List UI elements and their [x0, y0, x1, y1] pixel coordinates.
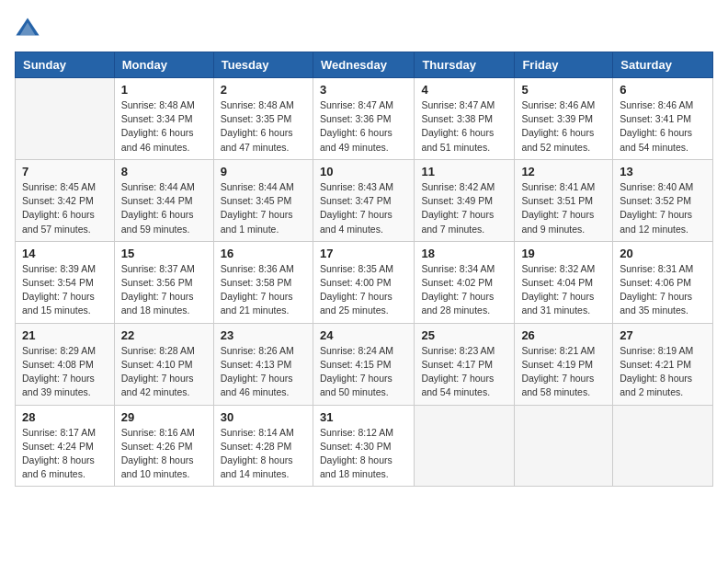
week-row-4: 28Sunrise: 8:17 AM Sunset: 4:24 PM Dayli… [16, 405, 713, 487]
day-cell: 27Sunrise: 8:19 AM Sunset: 4:21 PM Dayli… [613, 323, 713, 405]
day-number: 3 [320, 83, 407, 97]
day-number: 13 [620, 165, 706, 178]
day-info: Sunrise: 8:43 AM Sunset: 3:47 PM Dayligh… [320, 180, 407, 236]
day-cell: 5Sunrise: 8:46 AM Sunset: 3:39 PM Daylig… [515, 78, 613, 160]
day-cell: 3Sunrise: 8:47 AM Sunset: 3:36 PM Daylig… [313, 78, 414, 160]
day-number: 24 [320, 328, 407, 342]
day-cell: 28Sunrise: 8:17 AM Sunset: 4:24 PM Dayli… [16, 405, 115, 487]
day-info: Sunrise: 8:46 AM Sunset: 3:39 PM Dayligh… [521, 98, 606, 155]
page-header [15, 15, 713, 40]
day-cell: 8Sunrise: 8:44 AM Sunset: 3:44 PM Daylig… [114, 159, 213, 241]
week-row-1: 7Sunrise: 8:45 AM Sunset: 3:42 PM Daylig… [16, 159, 713, 241]
day-number: 12 [521, 165, 606, 178]
header-tuesday: Tuesday [213, 52, 313, 78]
day-cell: 19Sunrise: 8:32 AM Sunset: 4:04 PM Dayli… [515, 241, 613, 323]
day-cell: 24Sunrise: 8:24 AM Sunset: 4:15 PM Dayli… [313, 323, 414, 405]
day-info: Sunrise: 8:47 AM Sunset: 3:38 PM Dayligh… [421, 98, 507, 155]
day-number: 15 [121, 247, 207, 260]
day-number: 18 [421, 247, 507, 260]
day-cell: 22Sunrise: 8:28 AM Sunset: 4:10 PM Dayli… [114, 323, 213, 405]
day-info: Sunrise: 8:26 AM Sunset: 4:13 PM Dayligh… [221, 344, 306, 400]
day-number: 29 [121, 410, 207, 424]
header-thursday: Thursday [415, 52, 515, 78]
day-info: Sunrise: 8:12 AM Sunset: 4:30 PM Dayligh… [320, 426, 407, 482]
day-cell: 17Sunrise: 8:35 AM Sunset: 4:00 PM Dayli… [313, 241, 414, 323]
day-cell: 13Sunrise: 8:40 AM Sunset: 3:52 PM Dayli… [613, 159, 713, 241]
calendar-header-row: SundayMondayTuesdayWednesdayThursdayFrid… [16, 52, 713, 78]
day-number: 16 [221, 247, 306, 260]
day-number: 7 [22, 165, 108, 178]
header-wednesday: Wednesday [313, 52, 414, 78]
calendar-table: SundayMondayTuesdayWednesdayThursdayFrid… [15, 52, 713, 487]
day-info: Sunrise: 8:42 AM Sunset: 3:49 PM Dayligh… [421, 180, 507, 236]
day-cell: 25Sunrise: 8:23 AM Sunset: 4:17 PM Dayli… [415, 323, 515, 405]
day-number: 25 [421, 328, 507, 342]
day-cell: 4Sunrise: 8:47 AM Sunset: 3:38 PM Daylig… [415, 78, 515, 160]
day-cell: 9Sunrise: 8:44 AM Sunset: 3:45 PM Daylig… [213, 159, 313, 241]
day-cell: 6Sunrise: 8:46 AM Sunset: 3:41 PM Daylig… [613, 78, 713, 160]
day-number: 20 [620, 247, 706, 260]
day-info: Sunrise: 8:29 AM Sunset: 4:08 PM Dayligh… [22, 344, 108, 400]
day-info: Sunrise: 8:14 AM Sunset: 4:28 PM Dayligh… [221, 426, 306, 482]
day-number: 4 [421, 83, 507, 97]
week-row-0: 1Sunrise: 8:48 AM Sunset: 3:34 PM Daylig… [16, 78, 713, 160]
day-number: 30 [221, 410, 306, 424]
day-number: 17 [320, 247, 407, 260]
day-info: Sunrise: 8:46 AM Sunset: 3:41 PM Dayligh… [620, 98, 706, 155]
day-cell: 16Sunrise: 8:36 AM Sunset: 3:58 PM Dayli… [213, 241, 313, 323]
day-info: Sunrise: 8:41 AM Sunset: 3:51 PM Dayligh… [521, 180, 606, 236]
day-cell [415, 405, 515, 487]
day-info: Sunrise: 8:44 AM Sunset: 3:44 PM Dayligh… [121, 180, 207, 236]
day-cell: 2Sunrise: 8:48 AM Sunset: 3:35 PM Daylig… [213, 78, 313, 160]
day-info: Sunrise: 8:31 AM Sunset: 4:06 PM Dayligh… [620, 262, 706, 318]
day-number: 27 [620, 328, 706, 342]
day-number: 26 [521, 328, 606, 342]
logo [15, 15, 44, 40]
day-cell [515, 405, 613, 487]
day-info: Sunrise: 8:16 AM Sunset: 4:26 PM Dayligh… [121, 426, 207, 482]
day-cell: 20Sunrise: 8:31 AM Sunset: 4:06 PM Dayli… [613, 241, 713, 323]
day-number: 2 [221, 83, 306, 97]
day-number: 19 [521, 247, 606, 260]
day-number: 9 [221, 165, 306, 178]
day-cell: 29Sunrise: 8:16 AM Sunset: 4:26 PM Dayli… [114, 405, 213, 487]
header-sunday: Sunday [16, 52, 115, 78]
day-number: 6 [620, 83, 706, 97]
day-info: Sunrise: 8:32 AM Sunset: 4:04 PM Dayligh… [521, 262, 606, 318]
day-info: Sunrise: 8:19 AM Sunset: 4:21 PM Dayligh… [620, 344, 706, 400]
day-info: Sunrise: 8:24 AM Sunset: 4:15 PM Dayligh… [320, 344, 407, 400]
day-info: Sunrise: 8:17 AM Sunset: 4:24 PM Dayligh… [22, 426, 108, 482]
day-info: Sunrise: 8:39 AM Sunset: 3:54 PM Dayligh… [22, 262, 108, 318]
day-cell: 31Sunrise: 8:12 AM Sunset: 4:30 PM Dayli… [313, 405, 414, 487]
day-cell: 10Sunrise: 8:43 AM Sunset: 3:47 PM Dayli… [313, 159, 414, 241]
day-info: Sunrise: 8:48 AM Sunset: 3:34 PM Dayligh… [121, 98, 207, 155]
week-row-2: 14Sunrise: 8:39 AM Sunset: 3:54 PM Dayli… [16, 241, 713, 323]
day-info: Sunrise: 8:37 AM Sunset: 3:56 PM Dayligh… [121, 262, 207, 318]
day-cell: 23Sunrise: 8:26 AM Sunset: 4:13 PM Dayli… [213, 323, 313, 405]
day-info: Sunrise: 8:34 AM Sunset: 4:02 PM Dayligh… [421, 262, 507, 318]
day-cell [16, 78, 115, 160]
day-info: Sunrise: 8:45 AM Sunset: 3:42 PM Dayligh… [22, 180, 108, 236]
day-number: 31 [320, 410, 407, 424]
day-number: 21 [22, 328, 108, 342]
day-number: 11 [421, 165, 507, 178]
day-cell: 30Sunrise: 8:14 AM Sunset: 4:28 PM Dayli… [213, 405, 313, 487]
day-number: 22 [121, 328, 207, 342]
day-info: Sunrise: 8:35 AM Sunset: 4:00 PM Dayligh… [320, 262, 407, 318]
day-number: 10 [320, 165, 407, 178]
day-cell: 11Sunrise: 8:42 AM Sunset: 3:49 PM Dayli… [415, 159, 515, 241]
header-saturday: Saturday [613, 52, 713, 78]
header-friday: Friday [515, 52, 613, 78]
header-monday: Monday [114, 52, 213, 78]
day-cell [613, 405, 713, 487]
day-info: Sunrise: 8:40 AM Sunset: 3:52 PM Dayligh… [620, 180, 706, 236]
day-cell: 12Sunrise: 8:41 AM Sunset: 3:51 PM Dayli… [515, 159, 613, 241]
day-cell: 15Sunrise: 8:37 AM Sunset: 3:56 PM Dayli… [114, 241, 213, 323]
day-number: 14 [22, 247, 108, 260]
day-cell: 7Sunrise: 8:45 AM Sunset: 3:42 PM Daylig… [16, 159, 115, 241]
day-cell: 18Sunrise: 8:34 AM Sunset: 4:02 PM Dayli… [415, 241, 515, 323]
day-cell: 26Sunrise: 8:21 AM Sunset: 4:19 PM Dayli… [515, 323, 613, 405]
day-info: Sunrise: 8:21 AM Sunset: 4:19 PM Dayligh… [521, 344, 606, 400]
day-number: 1 [121, 83, 207, 97]
day-info: Sunrise: 8:44 AM Sunset: 3:45 PM Dayligh… [221, 180, 306, 236]
